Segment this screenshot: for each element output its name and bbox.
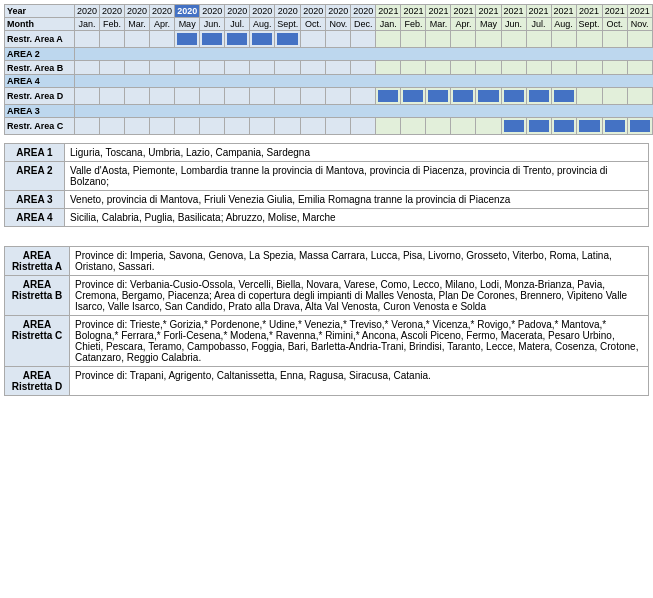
gantt-cell-2-6 xyxy=(225,61,250,75)
gantt-cell-4-15 xyxy=(451,88,476,105)
restr-label-2: AREA Ristretta C xyxy=(5,316,70,367)
main-container: Year 2020 2020 2020 2020 2020 2020 2020 … xyxy=(0,0,653,400)
legend-desc-2: Veneto, provincia di Mantova, Friuli Ven… xyxy=(65,191,649,209)
restr-desc-2: Province di: Trieste,* Gorizia,* Pordeno… xyxy=(70,316,649,367)
gantt-cell-2-11 xyxy=(351,61,376,75)
gantt-cell-6-3 xyxy=(150,118,175,135)
gantt-cell-4-14 xyxy=(426,88,451,105)
restr-desc-0: Province di: Imperia, Savona, Genova, La… xyxy=(70,247,649,276)
month-sep-2020: Sept. xyxy=(275,18,301,31)
year-2020-5: 2020 xyxy=(175,5,200,18)
year-2021-5: 2021 xyxy=(476,5,501,18)
gantt-cell-0-16 xyxy=(476,31,501,48)
restr-label-0: AREA Ristretta A xyxy=(5,247,70,276)
gantt-cell-6-6 xyxy=(225,118,250,135)
year-2020-12: 2020 xyxy=(351,5,376,18)
gantt-cell-0-7 xyxy=(250,31,275,48)
gantt-cell-6-13 xyxy=(401,118,426,135)
gantt-table: Year 2020 2020 2020 2020 2020 2020 2020 … xyxy=(4,4,653,135)
year-2021-8: 2021 xyxy=(551,5,576,18)
gantt-cell-2-3 xyxy=(150,61,175,75)
gantt-row-label-1: AREA 2 xyxy=(5,48,75,61)
month-nov-2021: Nov. xyxy=(627,18,652,31)
gantt-cell-2-22 xyxy=(627,61,652,75)
year-2020-11: 2020 xyxy=(326,5,351,18)
gantt-cell-4-11 xyxy=(351,88,376,105)
gantt-cell-0-15 xyxy=(451,31,476,48)
gantt-cell-2-13 xyxy=(401,61,426,75)
gantt-cell-6-14 xyxy=(426,118,451,135)
gantt-cell-6-12 xyxy=(376,118,401,135)
gantt-cell-0-2 xyxy=(125,31,150,48)
legend-label-1: AREA 2 xyxy=(5,162,65,191)
gantt-cell-0-5 xyxy=(200,31,225,48)
month-apr-2021: Apr. xyxy=(451,18,476,31)
month-label-header: Month xyxy=(5,18,75,31)
gantt-cell-0-12 xyxy=(376,31,401,48)
gantt-cell-0-18 xyxy=(526,31,551,48)
gantt-cell-2-4 xyxy=(175,61,200,75)
gantt-cell-0-1 xyxy=(100,31,125,48)
gantt-cell-6-16 xyxy=(476,118,501,135)
year-2021-2: 2021 xyxy=(401,5,426,18)
year-2020-4: 2020 xyxy=(150,5,175,18)
year-2021-9: 2021 xyxy=(576,5,602,18)
restr-label-3: AREA Ristretta D xyxy=(5,367,70,396)
gantt-cell-2-12 xyxy=(376,61,401,75)
gantt-cell-6-9 xyxy=(301,118,326,135)
gantt-cell-0-10 xyxy=(326,31,351,48)
gantt-cell-0-22 xyxy=(627,31,652,48)
gantt-cell-0-20 xyxy=(576,31,602,48)
gantt-cell-2-0 xyxy=(75,61,100,75)
gantt-cell-4-1 xyxy=(100,88,125,105)
gantt-cell-2-18 xyxy=(526,61,551,75)
gantt-cell-4-10 xyxy=(326,88,351,105)
legend-desc-0: Liguria, Toscana, Umbria, Lazio, Campani… xyxy=(65,144,649,162)
gantt-cell-4-3 xyxy=(150,88,175,105)
gantt-cell-4-13 xyxy=(401,88,426,105)
gantt-section-5 xyxy=(75,105,654,118)
legend-table: AREA 1Liguria, Toscana, Umbria, Lazio, C… xyxy=(4,143,649,227)
gantt-cell-0-8 xyxy=(275,31,301,48)
month-nov-2020: Nov. xyxy=(326,18,351,31)
gantt-cell-2-10 xyxy=(326,61,351,75)
month-aug-2020: Aug. xyxy=(250,18,275,31)
gantt-cell-2-5 xyxy=(200,61,225,75)
month-mar-2020: Mar. xyxy=(125,18,150,31)
gantt-cell-4-6 xyxy=(225,88,250,105)
month-dec-2020: Dec. xyxy=(351,18,376,31)
year-label-header: Year xyxy=(5,5,75,18)
gantt-cell-6-7 xyxy=(250,118,275,135)
year-2021-1: 2021 xyxy=(376,5,401,18)
gantt-cell-6-1 xyxy=(100,118,125,135)
gantt-cell-2-14 xyxy=(426,61,451,75)
gantt-cell-0-6 xyxy=(225,31,250,48)
year-2020-10: 2020 xyxy=(301,5,326,18)
gantt-cell-4-4 xyxy=(175,88,200,105)
gantt-section-1 xyxy=(75,48,654,61)
year-2020-3: 2020 xyxy=(125,5,150,18)
month-sep-2021: Sept. xyxy=(576,18,602,31)
year-2021-3: 2021 xyxy=(426,5,451,18)
gantt-cell-6-0 xyxy=(75,118,100,135)
gantt-cell-6-19 xyxy=(551,118,576,135)
gantt-cell-4-8 xyxy=(275,88,301,105)
month-jul-2020: Jul. xyxy=(225,18,250,31)
month-oct-2021: Oct. xyxy=(602,18,627,31)
gantt-cell-2-16 xyxy=(476,61,501,75)
gantt-cell-0-13 xyxy=(401,31,426,48)
year-2021-11: 2021 xyxy=(627,5,652,18)
year-2021-7: 2021 xyxy=(526,5,551,18)
gantt-row-label-3: AREA 4 xyxy=(5,75,75,88)
gantt-cell-4-0 xyxy=(75,88,100,105)
legend-label-2: AREA 3 xyxy=(5,191,65,209)
year-2021-4: 2021 xyxy=(451,5,476,18)
gantt-cell-0-4 xyxy=(175,31,200,48)
gantt-cell-0-3 xyxy=(150,31,175,48)
gantt-row-label-5: AREA 3 xyxy=(5,105,75,118)
month-jul-2021: Jul. xyxy=(526,18,551,31)
gantt-row-label-6: Restr. Area C xyxy=(5,118,75,135)
gantt-cell-4-2 xyxy=(125,88,150,105)
gantt-cell-2-7 xyxy=(250,61,275,75)
gantt-cell-2-1 xyxy=(100,61,125,75)
